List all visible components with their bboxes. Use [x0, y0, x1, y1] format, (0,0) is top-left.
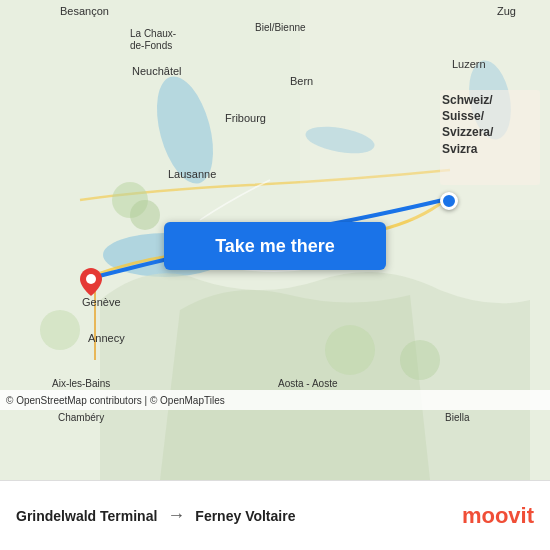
city-biel: Biel/Bienne	[255, 22, 306, 33]
current-location-marker	[440, 192, 458, 210]
svg-point-12	[86, 274, 96, 284]
city-chambery: Chambéry	[58, 412, 104, 423]
svg-point-7	[40, 310, 80, 350]
city-luzern: Luzern	[452, 58, 486, 70]
origin-label: Grindelwald Terminal	[16, 508, 157, 524]
moovit-logo: moovit	[462, 503, 534, 529]
city-geneva-label: Genève	[82, 296, 121, 308]
city-chaux: La Chaux-de-Fonds	[130, 28, 176, 52]
city-zug: Zug	[497, 5, 516, 17]
city-biella: Biella	[445, 412, 469, 423]
city-fribourg: Fribourg	[225, 112, 266, 124]
arrow-icon: →	[167, 505, 185, 526]
attribution-text: © OpenStreetMap contributors | © OpenMap…	[6, 395, 225, 406]
moovit-text: moovit	[462, 503, 534, 529]
bottom-bar: Grindelwald Terminal → Ferney Voltaire m…	[0, 480, 550, 550]
svg-point-9	[400, 340, 440, 380]
city-lausanne: Lausanne	[168, 168, 216, 180]
svg-point-6	[130, 200, 160, 230]
city-besancon: Besançon	[60, 5, 109, 17]
destination-label: Ferney Voltaire	[195, 508, 295, 524]
geneva-marker	[80, 268, 102, 296]
map-attribution: © OpenStreetMap contributors | © OpenMap…	[0, 390, 550, 410]
map-container: Besançon La Chaux-de-Fonds Biel/Bienne N…	[0, 0, 550, 480]
city-aosta: Aosta - Aoste	[278, 378, 337, 389]
city-aix: Aix-les-Bains	[52, 378, 110, 389]
route-info: Grindelwald Terminal → Ferney Voltaire	[16, 505, 462, 526]
city-neuchatel: Neuchâtel	[132, 65, 182, 77]
moovit-brand: moovit	[462, 503, 534, 528]
take-me-there-button[interactable]: Take me there	[164, 222, 386, 270]
city-bern: Bern	[290, 75, 313, 87]
swiss-region-label: Schweiz/Suisse/Svizzera/Svizra	[442, 92, 493, 157]
svg-point-8	[325, 325, 375, 375]
city-annecy: Annecy	[88, 332, 125, 344]
